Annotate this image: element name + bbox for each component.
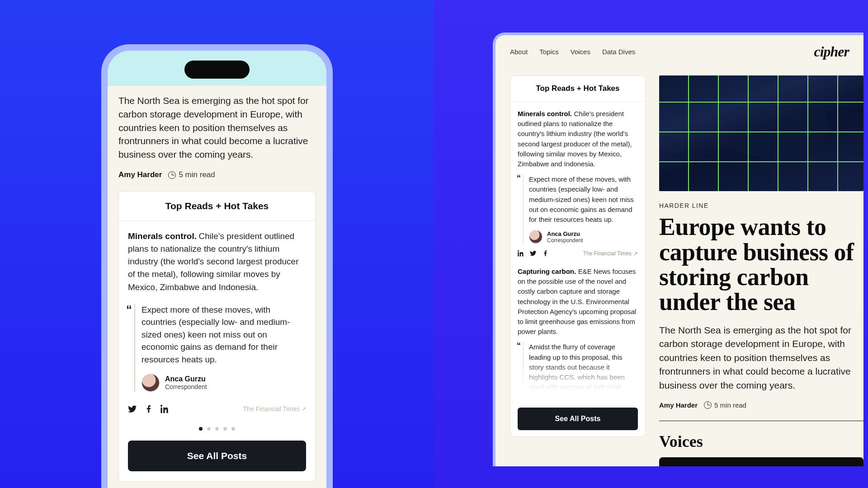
linkedin-icon[interactable]	[518, 250, 524, 257]
phone-frame: The North Sea is emerging as the hot spo…	[101, 44, 333, 488]
twitter-icon[interactable]	[128, 404, 137, 413]
sidebar-item-footer: The Financial Times ↗	[518, 250, 638, 257]
quote-author-row: Anca Gurzu Correspondent	[142, 374, 306, 392]
external-arrow-icon: ↗	[302, 406, 306, 412]
readtime-label: 5 min read	[714, 401, 746, 409]
twitter-icon[interactable]	[530, 250, 537, 257]
card-footer: The Financial Times ↗	[119, 398, 315, 422]
open-quote-icon: “	[517, 174, 521, 183]
main-article: HARDER LINE Europe wants to capture busi…	[659, 75, 863, 466]
nav-link-about[interactable]: About	[510, 48, 528, 56]
article-byline: Amy Harder 5 min read	[659, 401, 863, 409]
source-link[interactable]: The Financial Times ↗	[583, 250, 638, 257]
carousel-dots[interactable]	[119, 422, 315, 441]
quote-author-name: Anca Gurzu	[547, 230, 583, 237]
desktop-preview-panel: About Topics Voices Data Dives cipher To…	[434, 0, 868, 488]
clock-icon	[168, 171, 176, 179]
share-row	[128, 404, 170, 413]
take-title: Capturing carbon.	[518, 267, 576, 275]
quote-author-row: Anca Gurzu Correspondent	[529, 230, 638, 244]
quote-text: Expect more of these moves, with countri…	[142, 304, 306, 366]
see-all-posts-button[interactable]: See All Posts	[518, 408, 638, 430]
top-reads-scroll[interactable]: Minerals control. Chile's president outl…	[510, 102, 645, 402]
carousel-dot[interactable]	[223, 427, 227, 431]
readtime-label: 5 min read	[179, 170, 215, 179]
carousel-dot[interactable]	[231, 427, 235, 431]
take-quote: “ Expect more of these moves, with count…	[128, 304, 306, 392]
phone-notch	[184, 61, 250, 79]
nav-link-datadives[interactable]: Data Dives	[602, 48, 635, 56]
article-readtime: 5 min read	[704, 401, 746, 409]
article-lead: The North Sea is emerging as the hot spo…	[659, 324, 863, 392]
source-link[interactable]: The Financial Times ↗	[243, 405, 306, 413]
quote-text: Expect more of these moves, with countri…	[529, 174, 638, 225]
sidebar-item: Capturing carbon. E&E News focuses on th…	[518, 267, 638, 402]
source-link-label: The Financial Times	[583, 250, 632, 257]
phone-content: The North Sea is emerging as the hot spo…	[108, 86, 326, 488]
top-reads-header: Top Reads + Hot Takes	[119, 192, 315, 221]
nav-link-voices[interactable]: Voices	[571, 48, 590, 56]
article-readtime: 5 min read	[168, 170, 215, 179]
clock-icon	[704, 401, 712, 409]
voices-card[interactable]	[659, 457, 863, 466]
article-byline: Amy Harder 5 min read	[118, 170, 316, 179]
take-text: E&E News focuses on the possible use of …	[518, 267, 636, 335]
article-author: Amy Harder	[118, 170, 162, 179]
source-link-label: The Financial Times	[243, 405, 300, 413]
hero-image	[659, 75, 863, 191]
take-title: Minerals control.	[518, 110, 572, 117]
top-nav: About Topics Voices Data Dives cipher	[495, 35, 863, 65]
top-reads-body: Minerals control. Chile's president outl…	[119, 221, 315, 398]
carousel-dot[interactable]	[199, 427, 203, 431]
carousel-dot[interactable]	[215, 427, 219, 431]
nav-links: About Topics Voices Data Dives	[510, 48, 635, 56]
page-body: Top Reads + Hot Takes Minerals control. …	[495, 65, 863, 466]
article-kicker: HARDER LINE	[659, 202, 863, 209]
nav-link-topics[interactable]: Topics	[539, 48, 559, 56]
take-quote: “ Expect more of these moves, with count…	[518, 174, 638, 244]
linkedin-icon[interactable]	[160, 404, 170, 413]
avatar	[529, 230, 542, 244]
site-logo[interactable]: cipher	[814, 43, 849, 60]
article-author: Amy Harder	[659, 401, 698, 409]
facebook-icon[interactable]	[144, 404, 153, 413]
share-row	[518, 250, 549, 257]
voices-heading: Voices	[659, 432, 863, 451]
take-text: Chile's president outlined plans to nati…	[518, 110, 632, 168]
avatar	[142, 374, 160, 392]
open-quote-icon: “	[517, 341, 521, 351]
status-bar	[108, 51, 326, 86]
phone-screen: The North Sea is emerging as the hot spo…	[108, 51, 326, 488]
take-quote: “ Amidst the flurry of coverage leading …	[518, 342, 638, 402]
top-reads-card: Top Reads + Hot Takes Minerals control. …	[118, 191, 316, 482]
see-all-posts-button[interactable]: See All Posts	[128, 441, 306, 471]
top-reads-header: Top Reads + Hot Takes	[510, 76, 645, 102]
open-quote-icon: “	[126, 303, 132, 317]
browser-frame: About Topics Voices Data Dives cipher To…	[493, 33, 863, 466]
quote-author-name: Anca Gurzu	[165, 375, 207, 383]
quote-text: Amidst the flurry of coverage leading up…	[529, 342, 638, 402]
quote-author-role: Correspondent	[547, 237, 583, 244]
section-divider	[659, 421, 863, 421]
sidebar-item: Minerals control. Chile's president outl…	[518, 109, 638, 257]
facebook-icon[interactable]	[542, 250, 549, 257]
article-lead: The North Sea is emerging as the hot spo…	[118, 94, 316, 161]
carousel-dot[interactable]	[207, 427, 211, 431]
top-reads-sidebar: Top Reads + Hot Takes Minerals control. …	[510, 75, 646, 437]
quote-author-role: Correspondent	[165, 383, 207, 390]
article-headline: Europe wants to capture business of stor…	[659, 215, 863, 314]
take-title: Minerals control.	[128, 231, 197, 241]
mobile-preview-panel: The North Sea is emerging as the hot spo…	[0, 0, 434, 488]
external-arrow-icon: ↗	[633, 250, 638, 257]
